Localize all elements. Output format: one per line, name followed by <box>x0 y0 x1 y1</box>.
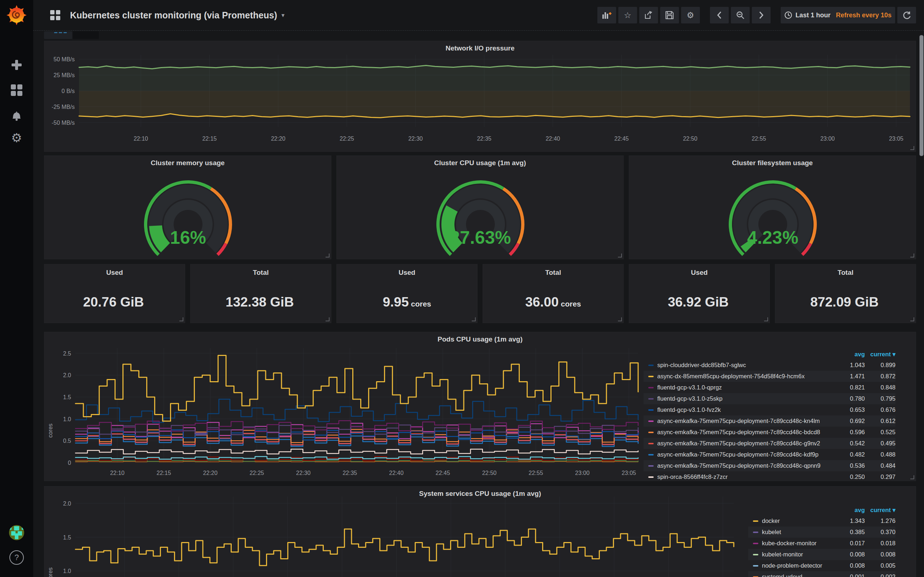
series-name[interactable]: fluentd-gcp-v3.1.0-z5skp <box>657 395 832 402</box>
sidebar: ⚙ ? <box>0 0 33 577</box>
star-icon: ☆ <box>624 11 632 19</box>
series-swatch[interactable] <box>648 443 654 444</box>
series-swatch[interactable] <box>753 521 758 522</box>
legend-row: async-emkafka-75mem75cpu-deployment-7c89… <box>643 427 895 438</box>
toolbar: ☆ ⚙ Last 1 hour Refresh every 10s <box>595 7 916 23</box>
grafana-dashboard: { "icons": {"gear":"⚙","star":"☆","caret… <box>0 0 924 577</box>
series-name[interactable]: kubelet <box>762 529 832 535</box>
time-back-button[interactable] <box>710 7 729 23</box>
stat-label[interactable]: Total <box>483 269 624 277</box>
series-swatch[interactable] <box>648 364 654 366</box>
svg-text:22:50: 22:50 <box>683 135 697 142</box>
svg-text:1.0: 1.0 <box>63 416 71 422</box>
series-swatch[interactable] <box>648 465 654 467</box>
series-swatch[interactable] <box>753 543 758 544</box>
zoom-out-button[interactable] <box>731 7 750 23</box>
legend-sort-avg[interactable]: avg <box>832 507 865 514</box>
series-swatch[interactable] <box>753 554 758 555</box>
caret-down-icon: ▾ <box>281 11 285 19</box>
series-swatch[interactable] <box>648 376 654 377</box>
add-icon[interactable] <box>0 54 33 76</box>
stat-value: 872.09 GiB <box>775 295 916 310</box>
time-forward-button[interactable] <box>752 7 771 23</box>
series-name[interactable]: kubelet-monitor <box>762 551 832 558</box>
row-controls[interactable] <box>44 31 99 39</box>
settings-gear-icon[interactable]: ⚙ <box>0 127 33 148</box>
series-swatch[interactable] <box>648 409 654 411</box>
legend-row: fluentd-gcp-v3.1.0-qprgz0.8210.848 <box>643 382 895 393</box>
refresh-icon <box>902 11 911 19</box>
svg-text:22:20: 22:20 <box>271 135 286 142</box>
dashboards-icon[interactable] <box>0 79 33 101</box>
system-legend: avg current ▾ docker1.3431.276 kubelet0.… <box>748 504 895 577</box>
legend-sort-avg[interactable]: avg <box>832 351 865 358</box>
legend-sort-current[interactable]: current ▾ <box>865 351 895 358</box>
star-dashboard-button[interactable]: ☆ <box>618 7 637 23</box>
legend-row: kube-docker-monitor0.0170.018 <box>748 538 895 549</box>
series-swatch[interactable] <box>648 387 654 388</box>
series-name[interactable]: async-emkafka-75mem75cpu-deployment-7c89… <box>657 440 832 447</box>
series-name[interactable]: node-problem-detector <box>762 562 832 569</box>
panel-stat-memory-total: Total 132.38 GiB <box>190 264 331 323</box>
stat-label[interactable]: Total <box>775 269 916 277</box>
series-name[interactable]: spin-orca-8566ff4fc8-z7zcr <box>657 474 832 480</box>
grafana-logo[interactable] <box>0 2 33 28</box>
svg-text:25 MB/s: 25 MB/s <box>53 72 75 78</box>
dashboard-title-dropdown[interactable]: Kubernetes cluster monitoring (via Prome… <box>50 10 284 21</box>
svg-text:22:55: 22:55 <box>751 135 766 142</box>
legend-row: spin-orca-8566ff4fc8-z7zcr0.2500.297 <box>643 471 895 480</box>
series-name[interactable]: docker <box>762 517 832 524</box>
series-name[interactable]: fluentd-gcp-v3.1.0-qprgz <box>657 384 832 391</box>
svg-text:22:25: 22:25 <box>249 470 264 476</box>
series-swatch[interactable] <box>648 476 654 478</box>
stat-label[interactable]: Used <box>337 269 477 277</box>
legend-row: docker1.3431.276 <box>748 515 895 527</box>
alerting-bell-icon[interactable] <box>0 104 33 126</box>
panel-title[interactable]: Cluster memory usage <box>44 159 331 167</box>
stat-label[interactable]: Used <box>629 269 769 277</box>
series-name[interactable]: spin-clouddriver-ddc85bfb7-sglwc <box>657 362 832 369</box>
svg-text:22:55: 22:55 <box>529 470 543 476</box>
save-icon <box>665 11 674 19</box>
share-dashboard-button[interactable] <box>639 7 658 23</box>
panel-cluster-filesystem-gauge: Cluster filesystem usage 4.23% <box>629 155 916 259</box>
add-panel-button[interactable] <box>597 7 616 23</box>
help-icon[interactable]: ? <box>0 547 33 568</box>
series-name[interactable]: async-emkafka-75mem75cpu-deployment-7c89… <box>657 429 832 436</box>
network-io-chart[interactable]: 22:1022:1522:2022:2522:3022:3522:4022:45… <box>44 50 916 151</box>
series-swatch[interactable] <box>648 398 654 400</box>
stat-label[interactable]: Total <box>191 269 331 277</box>
series-swatch[interactable] <box>648 432 654 433</box>
legend-sort-current[interactable]: current ▾ <box>865 507 895 514</box>
panel-cluster-cpu-gauge: Cluster CPU usage (1m avg) 27.63% <box>336 155 624 259</box>
svg-text:-50 MB/s: -50 MB/s <box>52 120 75 126</box>
stat-label[interactable]: Used <box>44 269 185 277</box>
series-name[interactable]: systemd-udevd <box>762 574 832 577</box>
time-range-picker[interactable]: Last 1 hour Refresh every 10s <box>781 7 895 23</box>
series-name[interactable]: kube-docker-monitor <box>762 540 832 547</box>
svg-text:23:05: 23:05 <box>622 470 636 476</box>
legend-row: systemd-udevd0.0010.002 <box>748 571 895 577</box>
svg-text:22:40: 22:40 <box>389 470 404 476</box>
series-name[interactable]: async-dx-85mem85cpu-deployment-754d58f4c… <box>657 373 832 380</box>
series-swatch[interactable] <box>753 532 758 533</box>
series-swatch[interactable] <box>648 421 654 422</box>
page-scrollbar[interactable] <box>919 35 924 156</box>
panel-cluster-memory-gauge: Cluster memory usage 16% <box>44 155 331 259</box>
zoom-out-icon <box>736 11 745 19</box>
refresh-button[interactable] <box>897 7 916 23</box>
series-name[interactable]: async-emkafka-75mem75cpu-deployment-7c89… <box>657 451 832 458</box>
series-name[interactable]: fluentd-gcp-v3.1.0-fvz2k <box>657 406 832 413</box>
series-swatch[interactable] <box>753 565 758 567</box>
svg-text:-25 MB/s: -25 MB/s <box>52 104 75 110</box>
series-name[interactable]: async-emkafka-75mem75cpu-deployment-7c89… <box>657 417 832 424</box>
series-name[interactable]: async-emkafka-75mem75cpu-deployment-7c89… <box>657 462 832 469</box>
svg-text:2.5: 2.5 <box>63 351 71 357</box>
series-swatch[interactable] <box>648 454 654 456</box>
user-avatar[interactable] <box>0 523 33 542</box>
panel-title[interactable]: Cluster CPU usage (1m avg) <box>337 159 624 167</box>
dashboard-settings-button[interactable]: ⚙ <box>681 7 700 23</box>
svg-text:22:30: 22:30 <box>408 135 423 142</box>
save-dashboard-button[interactable] <box>660 7 679 23</box>
panel-title[interactable]: Cluster filesystem usage <box>629 159 916 167</box>
